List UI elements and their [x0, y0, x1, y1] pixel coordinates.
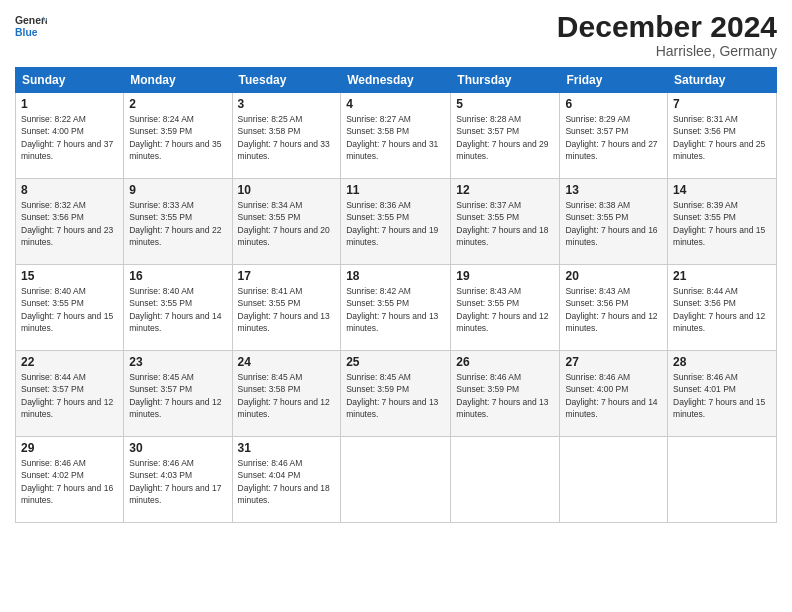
day-info: Sunrise: 8:46 AMSunset: 4:01 PMDaylight:… [673, 372, 765, 419]
day-cell: 3 Sunrise: 8:25 AMSunset: 3:58 PMDayligh… [232, 93, 341, 179]
title-area: December 2024 Harrislee, Germany [557, 10, 777, 59]
day-number: 24 [238, 355, 336, 369]
day-cell: 22 Sunrise: 8:44 AMSunset: 3:57 PMDaylig… [16, 351, 124, 437]
day-info: Sunrise: 8:39 AMSunset: 3:55 PMDaylight:… [673, 200, 765, 247]
week-row-2: 8 Sunrise: 8:32 AMSunset: 3:56 PMDayligh… [16, 179, 777, 265]
day-cell: 2 Sunrise: 8:24 AMSunset: 3:59 PMDayligh… [124, 93, 232, 179]
day-number: 18 [346, 269, 445, 283]
day-cell: 16 Sunrise: 8:40 AMSunset: 3:55 PMDaylig… [124, 265, 232, 351]
day-info: Sunrise: 8:40 AMSunset: 3:55 PMDaylight:… [21, 286, 113, 333]
day-info: Sunrise: 8:43 AMSunset: 3:56 PMDaylight:… [565, 286, 657, 333]
day-info: Sunrise: 8:46 AMSunset: 4:03 PMDaylight:… [129, 458, 221, 505]
day-info: Sunrise: 8:45 AMSunset: 3:59 PMDaylight:… [346, 372, 438, 419]
day-info: Sunrise: 8:29 AMSunset: 3:57 PMDaylight:… [565, 114, 657, 161]
week-row-4: 22 Sunrise: 8:44 AMSunset: 3:57 PMDaylig… [16, 351, 777, 437]
day-info: Sunrise: 8:40 AMSunset: 3:55 PMDaylight:… [129, 286, 221, 333]
week-row-1: 1 Sunrise: 8:22 AMSunset: 4:00 PMDayligh… [16, 93, 777, 179]
day-cell: 17 Sunrise: 8:41 AMSunset: 3:55 PMDaylig… [232, 265, 341, 351]
col-header-wednesday: Wednesday [341, 68, 451, 93]
day-cell [668, 437, 777, 523]
day-number: 4 [346, 97, 445, 111]
calendar-header-row: SundayMondayTuesdayWednesdayThursdayFrid… [16, 68, 777, 93]
day-info: Sunrise: 8:45 AMSunset: 3:58 PMDaylight:… [238, 372, 330, 419]
day-number: 20 [565, 269, 662, 283]
day-number: 5 [456, 97, 554, 111]
logo: General Blue [15, 10, 51, 42]
day-cell: 21 Sunrise: 8:44 AMSunset: 3:56 PMDaylig… [668, 265, 777, 351]
day-info: Sunrise: 8:46 AMSunset: 4:02 PMDaylight:… [21, 458, 113, 505]
calendar-table: SundayMondayTuesdayWednesdayThursdayFrid… [15, 67, 777, 523]
day-cell: 4 Sunrise: 8:27 AMSunset: 3:58 PMDayligh… [341, 93, 451, 179]
day-number: 11 [346, 183, 445, 197]
day-cell: 26 Sunrise: 8:46 AMSunset: 3:59 PMDaylig… [451, 351, 560, 437]
day-cell: 25 Sunrise: 8:45 AMSunset: 3:59 PMDaylig… [341, 351, 451, 437]
day-cell: 19 Sunrise: 8:43 AMSunset: 3:55 PMDaylig… [451, 265, 560, 351]
day-cell: 12 Sunrise: 8:37 AMSunset: 3:55 PMDaylig… [451, 179, 560, 265]
day-info: Sunrise: 8:38 AMSunset: 3:55 PMDaylight:… [565, 200, 657, 247]
day-cell: 28 Sunrise: 8:46 AMSunset: 4:01 PMDaylig… [668, 351, 777, 437]
day-number: 28 [673, 355, 771, 369]
generalblue-logo-icon: General Blue [15, 10, 47, 42]
day-number: 19 [456, 269, 554, 283]
day-number: 23 [129, 355, 226, 369]
day-info: Sunrise: 8:36 AMSunset: 3:55 PMDaylight:… [346, 200, 438, 247]
day-cell: 1 Sunrise: 8:22 AMSunset: 4:00 PMDayligh… [16, 93, 124, 179]
svg-text:General: General [15, 15, 47, 26]
day-info: Sunrise: 8:25 AMSunset: 3:58 PMDaylight:… [238, 114, 330, 161]
day-number: 10 [238, 183, 336, 197]
day-number: 21 [673, 269, 771, 283]
week-row-3: 15 Sunrise: 8:40 AMSunset: 3:55 PMDaylig… [16, 265, 777, 351]
day-info: Sunrise: 8:32 AMSunset: 3:56 PMDaylight:… [21, 200, 113, 247]
page: General Blue December 2024 Harrislee, Ge… [0, 0, 792, 612]
day-number: 30 [129, 441, 226, 455]
day-number: 31 [238, 441, 336, 455]
day-number: 1 [21, 97, 118, 111]
day-info: Sunrise: 8:45 AMSunset: 3:57 PMDaylight:… [129, 372, 221, 419]
day-info: Sunrise: 8:31 AMSunset: 3:56 PMDaylight:… [673, 114, 765, 161]
day-number: 14 [673, 183, 771, 197]
day-cell [451, 437, 560, 523]
day-info: Sunrise: 8:37 AMSunset: 3:55 PMDaylight:… [456, 200, 548, 247]
location: Harrislee, Germany [557, 43, 777, 59]
col-header-sunday: Sunday [16, 68, 124, 93]
day-cell: 8 Sunrise: 8:32 AMSunset: 3:56 PMDayligh… [16, 179, 124, 265]
day-info: Sunrise: 8:28 AMSunset: 3:57 PMDaylight:… [456, 114, 548, 161]
day-info: Sunrise: 8:24 AMSunset: 3:59 PMDaylight:… [129, 114, 221, 161]
col-header-saturday: Saturday [668, 68, 777, 93]
month-title: December 2024 [557, 10, 777, 43]
day-cell: 31 Sunrise: 8:46 AMSunset: 4:04 PMDaylig… [232, 437, 341, 523]
week-row-5: 29 Sunrise: 8:46 AMSunset: 4:02 PMDaylig… [16, 437, 777, 523]
day-number: 8 [21, 183, 118, 197]
day-cell: 24 Sunrise: 8:45 AMSunset: 3:58 PMDaylig… [232, 351, 341, 437]
day-info: Sunrise: 8:42 AMSunset: 3:55 PMDaylight:… [346, 286, 438, 333]
day-cell: 20 Sunrise: 8:43 AMSunset: 3:56 PMDaylig… [560, 265, 668, 351]
day-cell: 9 Sunrise: 8:33 AMSunset: 3:55 PMDayligh… [124, 179, 232, 265]
day-cell: 15 Sunrise: 8:40 AMSunset: 3:55 PMDaylig… [16, 265, 124, 351]
day-number: 13 [565, 183, 662, 197]
col-header-tuesday: Tuesday [232, 68, 341, 93]
day-number: 15 [21, 269, 118, 283]
day-cell [560, 437, 668, 523]
day-cell: 10 Sunrise: 8:34 AMSunset: 3:55 PMDaylig… [232, 179, 341, 265]
day-cell: 14 Sunrise: 8:39 AMSunset: 3:55 PMDaylig… [668, 179, 777, 265]
day-cell: 11 Sunrise: 8:36 AMSunset: 3:55 PMDaylig… [341, 179, 451, 265]
col-header-thursday: Thursday [451, 68, 560, 93]
day-cell: 6 Sunrise: 8:29 AMSunset: 3:57 PMDayligh… [560, 93, 668, 179]
day-info: Sunrise: 8:41 AMSunset: 3:55 PMDaylight:… [238, 286, 330, 333]
day-cell: 29 Sunrise: 8:46 AMSunset: 4:02 PMDaylig… [16, 437, 124, 523]
svg-text:Blue: Blue [15, 27, 38, 38]
col-header-friday: Friday [560, 68, 668, 93]
day-info: Sunrise: 8:34 AMSunset: 3:55 PMDaylight:… [238, 200, 330, 247]
day-number: 27 [565, 355, 662, 369]
day-number: 17 [238, 269, 336, 283]
day-cell: 18 Sunrise: 8:42 AMSunset: 3:55 PMDaylig… [341, 265, 451, 351]
day-cell: 5 Sunrise: 8:28 AMSunset: 3:57 PMDayligh… [451, 93, 560, 179]
day-info: Sunrise: 8:44 AMSunset: 3:57 PMDaylight:… [21, 372, 113, 419]
col-header-monday: Monday [124, 68, 232, 93]
day-cell: 23 Sunrise: 8:45 AMSunset: 3:57 PMDaylig… [124, 351, 232, 437]
day-cell [341, 437, 451, 523]
day-info: Sunrise: 8:43 AMSunset: 3:55 PMDaylight:… [456, 286, 548, 333]
day-cell: 13 Sunrise: 8:38 AMSunset: 3:55 PMDaylig… [560, 179, 668, 265]
day-number: 3 [238, 97, 336, 111]
day-cell: 27 Sunrise: 8:46 AMSunset: 4:00 PMDaylig… [560, 351, 668, 437]
